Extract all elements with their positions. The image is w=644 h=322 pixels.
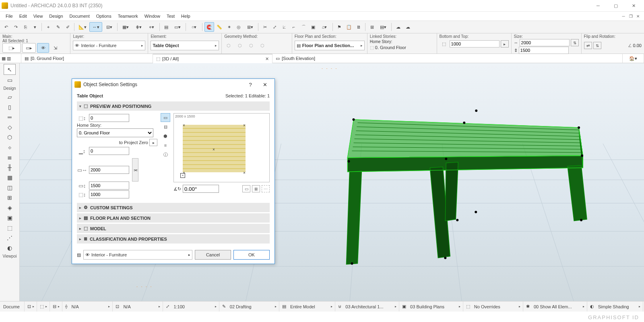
workspace-minimize-button[interactable]: ─	[620, 13, 627, 19]
trim2-button[interactable]: ⟀	[280, 23, 289, 31]
circle-button[interactable]: ○▾	[188, 23, 200, 31]
layer-dropdown[interactable]: 👁 Interior - Furniture ▸	[73, 41, 145, 50]
elevation1-input[interactable]	[89, 114, 129, 122]
status-opt1[interactable]: ⊡▸	[25, 301, 37, 312]
status-docume[interactable]: Docume	[1, 301, 25, 312]
dimx-input[interactable]	[89, 166, 129, 174]
status-show[interactable]: ✱ 00 Show All Elem...▸	[524, 301, 587, 312]
target-button[interactable]: ◎	[234, 23, 243, 31]
object-tool[interactable]: ▣	[4, 213, 15, 223]
to-zero-toggle[interactable]: ▸	[149, 139, 157, 146]
preview-canvas[interactable]: 2000 x 1500 × × × × × ×	[173, 113, 270, 182]
eyedropper-button[interactable]: ✎	[54, 23, 62, 31]
zone-tool[interactable]: ⬚	[4, 223, 15, 233]
railing-tool[interactable]: ╫	[4, 162, 15, 172]
section-floorplan[interactable]: ▸▤FLOOR PLAN AND SECTION	[77, 213, 270, 223]
snap1-button[interactable]: ⋕▾	[132, 23, 144, 31]
minimize-button[interactable]: ─	[589, 0, 607, 11]
win-button[interactable]: ⊞	[367, 23, 376, 31]
preview-mode-plan[interactable]: ▭	[161, 113, 170, 122]
roof-tool[interactable]: ⬡	[4, 132, 15, 142]
corner-button[interactable]: ⌐	[289, 23, 298, 31]
marquee-tool[interactable]: ▭	[4, 75, 15, 85]
dialog-help-button[interactable]: ?	[243, 79, 258, 90]
ruler-button[interactable]: ⊟▾	[103, 23, 115, 31]
fps-dropdown[interactable]: ▤ Floor Plan and Section... ▸	[295, 41, 365, 50]
section-classification[interactable]: ▸≣CLASSIFICATION AND PROPERTIES	[77, 234, 270, 244]
undo-button[interactable]: ↶	[2, 23, 10, 31]
tab-navigator-icon[interactable]: ▦▥	[0, 54, 21, 63]
shell-tool[interactable]: ⟐	[4, 142, 15, 152]
beam-tool[interactable]: ═	[4, 112, 15, 122]
stack-button[interactable]: ▤▾	[377, 23, 389, 31]
close-button[interactable]: ✕	[625, 0, 642, 11]
flag-button[interactable]: ⚑	[335, 23, 344, 31]
width-input[interactable]	[520, 39, 570, 46]
dimy-input[interactable]	[89, 182, 129, 190]
workspace-close-button[interactable]: ✕	[634, 13, 642, 19]
trim1-button[interactable]: ⤢	[270, 23, 279, 31]
favorite-icon[interactable]: 👁	[37, 43, 49, 53]
cancel-button[interactable]: Cancel	[195, 250, 231, 260]
menu-help[interactable]: Help	[178, 13, 194, 19]
select-mode-button[interactable]: ▭▸	[22, 43, 36, 53]
rotation-input[interactable]	[183, 185, 219, 193]
ok-button[interactable]: OK	[233, 250, 270, 260]
flip-h-button[interactable]: ⇄	[584, 42, 592, 49]
curtain-tool[interactable]: ▦	[4, 172, 15, 182]
tab-ground-floor[interactable]: ▤ [0. Ground Floor]	[21, 54, 153, 63]
dimension-button[interactable]: ↔▾	[89, 22, 102, 32]
status-opt2[interactable]: ⬚▸	[37, 301, 50, 312]
cloud1-button[interactable]: ☁	[394, 23, 402, 31]
menu-teamwork[interactable]: Teamwork	[115, 13, 141, 19]
status-arch[interactable]: ⊎ 03 Architectural 1...▸	[336, 301, 399, 312]
pick-button[interactable]: ⌖	[44, 23, 53, 31]
maximize-button[interactable]: ▢	[607, 0, 625, 11]
status-scale2[interactable]: ⊡ N/A▸	[113, 301, 163, 312]
status-plans[interactable]: ▣ 03 Building Plans▸	[400, 301, 463, 312]
cut-button[interactable]: ✂	[260, 23, 269, 31]
bottom-input[interactable]	[450, 40, 500, 47]
menu-design[interactable]: Design	[46, 13, 66, 19]
link-icon[interactable]: ⎘	[21, 23, 30, 31]
dialog-close-button[interactable]: ✕	[258, 79, 272, 90]
layers-button[interactable]: ▤	[162, 23, 171, 31]
preview-mode-front[interactable]: ⊟	[161, 122, 170, 131]
menu-document[interactable]: Document	[66, 13, 93, 19]
preview-mode-info[interactable]: ⓘ	[161, 150, 170, 159]
slab-tool[interactable]: ◇	[4, 122, 15, 132]
clip-button[interactable]: 📋	[345, 23, 353, 31]
dropdown-icon[interactable]: ▾	[31, 23, 39, 31]
status-overrides[interactable]: ⬚ No Overrides▸	[464, 301, 523, 312]
dim-toggle-icon[interactable]: ⇲	[50, 43, 60, 52]
height-input[interactable]	[519, 47, 569, 54]
home-button[interactable]: ⌂▾	[318, 23, 330, 31]
tab-3d-all[interactable]: ⬚ [3D / All] ✕	[153, 54, 272, 64]
element-dropdown[interactable]: Table Object ▸	[151, 41, 219, 50]
dialog-home-story-select[interactable]: 0. Ground Floor	[77, 128, 153, 137]
status-drafting[interactable]: ✎ 02 Drafting▸	[220, 301, 279, 312]
align-button[interactable]: ⊞▾	[244, 23, 256, 31]
redo-button[interactable]: ↷	[11, 23, 20, 31]
dialog-titlebar[interactable]: Object Selection Settings ? ✕	[72, 79, 275, 90]
mesh-tool[interactable]: ⋰	[4, 233, 15, 243]
snap2-button[interactable]: ⋄▾	[145, 23, 157, 31]
door-tool[interactable]: ◫	[4, 182, 15, 192]
grid-toggle[interactable]: ⋯	[262, 185, 270, 192]
window-tool[interactable]: ⊞	[4, 192, 15, 202]
flip-toggle[interactable]: ⊠	[252, 185, 260, 192]
column-tool[interactable]: ▯	[4, 102, 15, 112]
cloud2-button[interactable]: ☁	[403, 23, 412, 31]
dimz-input[interactable]	[89, 190, 129, 198]
default-settings-button[interactable]: ⬚▸	[2, 43, 21, 53]
tab-close-button[interactable]: ✕	[265, 56, 269, 62]
offset-button[interactable]: ▣	[309, 23, 318, 31]
status-opt3[interactable]: ⊟▸	[50, 301, 62, 312]
status-zoom[interactable]: ⤢ 1:100▸	[163, 301, 219, 312]
menu-window[interactable]: Window	[141, 13, 163, 19]
menu-view[interactable]: View	[30, 13, 46, 19]
grid-button[interactable]: ▦▾	[120, 23, 132, 31]
syringe-button[interactable]: ✐	[63, 23, 72, 31]
preview-mode-3d[interactable]: ⬢	[161, 132, 170, 140]
section-preview[interactable]: ▾ ⬚ PREVIEW AND POSITIONING	[77, 101, 270, 111]
